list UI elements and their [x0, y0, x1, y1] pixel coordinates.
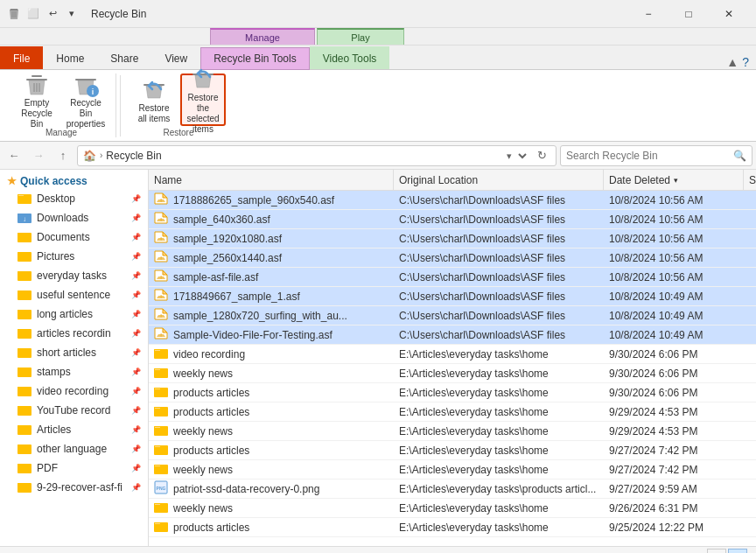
col-header-location[interactable]: Original Location: [394, 170, 604, 190]
col-header-deleted[interactable]: Date Deleted ▾: [604, 170, 744, 190]
table-row[interactable]: ! sample-asf-file.asf C:\Users\charl\Dow…: [149, 268, 756, 287]
documents-pin: 📌: [131, 233, 141, 242]
sidebar-item-articles[interactable]: Articles 📌: [0, 420, 148, 439]
sidebar-item-recover-asf[interactable]: 9-29-recover-asf-fi 📌: [0, 478, 148, 497]
table-row[interactable]: products articles E:\Articles\everyday t…: [149, 402, 756, 422]
file-name-text: patriot-ssd-data-recovery-0.png: [173, 483, 319, 495]
search-input[interactable]: [566, 150, 730, 162]
table-row[interactable]: weekly news E:\Articles\everyday tasks\h…: [149, 364, 756, 383]
table-row[interactable]: video recording E:\Articles\everyday tas…: [149, 345, 756, 364]
table-row[interactable]: products articles E:\Articles\everyday t…: [149, 518, 756, 537]
recycle-bin-properties-button[interactable]: i Recycle Binproperties: [63, 74, 108, 126]
back-button[interactable]: ←: [4, 145, 24, 166]
file-type-icon: !: [154, 307, 168, 324]
minimize-button[interactable]: −: [628, 0, 668, 28]
up-button[interactable]: ↑: [52, 145, 74, 166]
youtube-record-label: YouTube record: [37, 404, 111, 416]
sidebar-item-stamps[interactable]: stamps 📌: [0, 362, 148, 382]
file-location-cell: E:\Articles\everyday tasks\products arti…: [394, 483, 604, 495]
file-deleted-cell: 9/27/2024 7:42 PM: [604, 444, 744, 457]
address-bar[interactable]: 🏠 › Recycle Bin ▾ ↻: [77, 145, 556, 166]
sidebar-item-downloads[interactable]: ↓ Downloads 📌: [0, 208, 148, 228]
table-row[interactable]: weekly news E:\Articles\everyday tasks\h…: [149, 460, 756, 480]
search-bar[interactable]: 🔍: [560, 145, 752, 166]
svg-marker-49: [163, 213, 167, 217]
table-row[interactable]: ! 1718886265_sample_960x540.asf C:\Users…: [149, 191, 756, 210]
empty-recycle-bin-button[interactable]: EmptyRecycle Bin: [14, 74, 60, 126]
help-btn[interactable]: ?: [742, 55, 749, 69]
restore-selected-items-button[interactable]: Restore theselected items: [180, 74, 226, 126]
sidebar-item-desktop[interactable]: Desktop 📌: [0, 189, 148, 208]
maximize-button[interactable]: □: [668, 0, 709, 28]
tab-video-tools[interactable]: Video Tools: [310, 46, 390, 69]
table-row[interactable]: ! sample_640x360.asf C:\Users\charl\Down…: [149, 210, 756, 229]
file-name-cell: weekly news: [149, 366, 394, 381]
downloads-label: Downloads: [37, 212, 88, 224]
main-area: ★ Quick access Desktop 📌 ↓ Downloads 📌: [0, 170, 756, 546]
sidebar-item-pdf[interactable]: PDF 📌: [0, 458, 148, 478]
svg-rect-39: [18, 444, 24, 446]
properties-quick-btn[interactable]: ⬜: [24, 5, 42, 23]
table-row[interactable]: products articles E:\Articles\everyday t…: [149, 383, 756, 402]
close-button[interactable]: ✕: [709, 0, 749, 28]
file-name-text: products articles: [173, 444, 249, 457]
pdf-folder-icon: [18, 461, 32, 476]
table-row[interactable]: ! sample_1280x720_surfing_with_au... C:\…: [149, 306, 756, 326]
undo-quick-btn[interactable]: ↩: [44, 5, 61, 23]
sidebar-item-useful-sentence[interactable]: useful sentence 📌: [0, 285, 148, 304]
table-row[interactable]: ! sample_1920x1080.asf C:\Users\charl\Do…: [149, 229, 756, 248]
pictures-folder-icon: [18, 249, 32, 264]
pdf-pin: 📌: [131, 464, 141, 472]
file-name-cell: ! sample_1920x1080.asf: [149, 230, 394, 247]
table-row[interactable]: ! Sample-Video-File-For-Testing.asf C:\U…: [149, 326, 756, 345]
file-location-cell: C:\Users\charl\Downloads\ASF files: [394, 252, 604, 264]
table-row[interactable]: products articles E:\Articles\everyday t…: [149, 441, 756, 460]
file-location-cell: E:\Articles\everyday tasks\home: [394, 368, 604, 380]
svg-rect-33: [18, 387, 24, 388]
sidebar-item-pictures[interactable]: Pictures 📌: [0, 247, 148, 266]
tab-share[interactable]: Share: [97, 46, 151, 69]
sidebar-item-short-articles[interactable]: short articles 📌: [0, 343, 148, 362]
table-row[interactable]: ! sample_2560x1440.asf C:\Users\charl\Do…: [149, 248, 756, 268]
table-row[interactable]: weekly news E:\Articles\everyday tasks\h…: [149, 499, 756, 518]
dropdown-quick-btn[interactable]: ▾: [63, 5, 80, 23]
sidebar-item-documents[interactable]: Documents 📌: [0, 228, 148, 247]
long-articles-label: long articles: [37, 308, 93, 320]
sidebar-item-articles-recording[interactable]: articles recordin 📌: [0, 324, 148, 343]
address-dropdown[interactable]: ▾: [500, 150, 529, 162]
file-list-header: Name Original Location Date Deleted ▾ Si…: [149, 170, 756, 191]
restore-group-label: Restore: [163, 128, 193, 137]
sidebar-item-youtube-record[interactable]: YouTube record 📌: [0, 401, 148, 420]
stamps-pin: 📌: [131, 368, 141, 376]
quick-access-header[interactable]: ★ Quick access: [0, 173, 148, 189]
col-deleted-label: Date Deleted: [609, 174, 670, 186]
forward-button[interactable]: →: [28, 145, 49, 166]
table-row[interactable]: PNG patriot-ssd-data-recovery-0.png E:\A…: [149, 480, 756, 499]
sidebar-item-video-recording[interactable]: video recording 📌: [0, 382, 148, 401]
quick-access-section: ★ Quick access Desktop 📌 ↓ Downloads 📌: [0, 173, 148, 497]
refresh-button[interactable]: ↻: [533, 147, 550, 164]
table-row[interactable]: ! 1718849667_sample_1.asf C:\Users\charl…: [149, 287, 756, 306]
search-icon: 🔍: [733, 150, 746, 162]
file-name-cell: PNG patriot-ssd-data-recovery-0.png: [149, 480, 394, 497]
restore-all-items-button[interactable]: Restoreall items: [131, 74, 177, 126]
sidebar-item-long-articles[interactable]: long articles 📌: [0, 304, 148, 324]
expand-ribbon-btn[interactable]: ▲: [726, 55, 738, 69]
sidebar-item-other-language[interactable]: other language 📌: [0, 439, 148, 458]
col-header-size[interactable]: Size: [744, 170, 756, 190]
file-name-cell: video recording: [149, 346, 394, 361]
file-name-cell: products articles: [149, 404, 394, 419]
details-view-button[interactable]: ☰: [707, 549, 726, 554]
table-row[interactable]: weekly news E:\Articles\everyday tasks\h…: [149, 422, 756, 441]
col-header-name[interactable]: Name: [149, 170, 394, 190]
articles-rec-pin: 📌: [131, 329, 141, 338]
svg-rect-0: [26, 79, 47, 80]
file-name-text: sample_2560x1440.asf: [173, 252, 282, 264]
svg-rect-19: [18, 252, 24, 254]
file-name-cell: ! Sample-Video-File-For-Testing.asf: [149, 326, 394, 343]
tab-file[interactable]: File: [0, 46, 43, 69]
sidebar-item-everyday-tasks[interactable]: everyday tasks 📌: [0, 266, 148, 285]
list-view-button[interactable]: ⊞: [728, 549, 747, 554]
svg-rect-12: [18, 195, 24, 196]
tab-home[interactable]: Home: [43, 46, 97, 69]
